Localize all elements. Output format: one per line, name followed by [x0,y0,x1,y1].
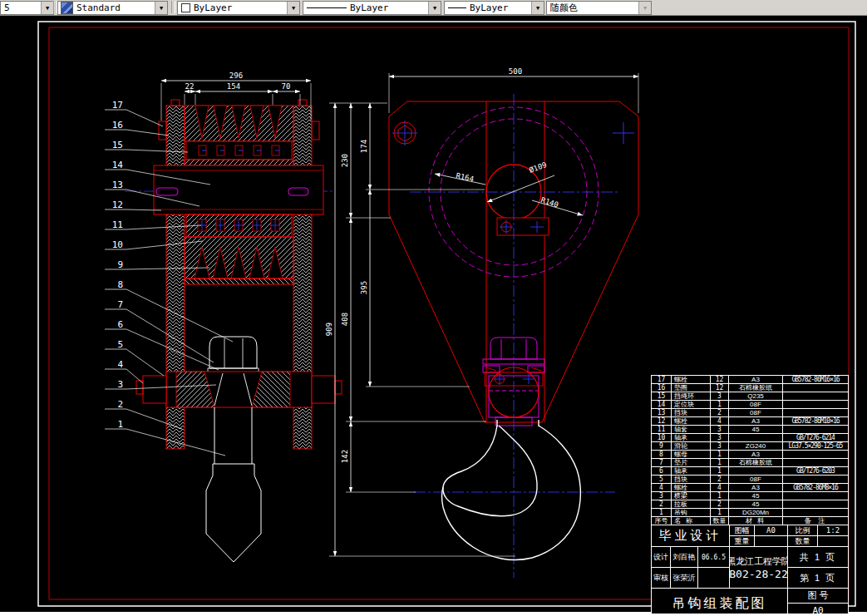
text-height-combo[interactable]: 5 ▼ [0,1,54,15]
bom-cell-name: 垫圈 [672,384,711,392]
hook-outline [442,420,581,559]
plot-style-combo[interactable]: 随颜色 ▼ [546,1,652,15]
dim-rv-a: 230 [341,154,349,167]
designer-name: 刘百艳 [671,547,698,567]
bom-cell-mat [729,434,783,441]
chevron-down-icon[interactable]: ▼ [428,2,441,14]
chevron-down-icon[interactable]: ▼ [287,2,299,14]
bom-cell-no: 10 [652,434,672,441]
part-label: 9 [117,259,123,270]
object-properties-toolbar: 5 ▼ Standard ▼ ByLayer ▼ ByLayer ▼ ByLay… [0,0,867,16]
front-view [389,94,638,578]
bom-cell-rem: GB/T276-6214 [783,434,848,441]
bom-cell-no: 13 [652,409,672,416]
bom-row: 3横梁145 [652,492,848,500]
bom-cell-name: 螺栓 [672,417,711,425]
color-value: ByLayer [190,2,287,13]
bom-cell-qty: 1 [711,509,729,516]
bom-cell-mat: A3 [729,484,783,491]
chevron-down-icon[interactable]: ▼ [155,2,167,14]
text-style-combo[interactable]: Standard ▼ [57,1,168,15]
sheet-size-label: 图幅 [730,525,755,535]
part-label: 10 [112,239,123,250]
bom-cell-no: 2 [652,500,672,508]
bom-cell-mat: DG20Mn [729,509,783,516]
bom-cell-rem [783,500,848,508]
bom-cell-rem [783,459,848,466]
bom-cell-qty: 1 [711,467,729,475]
bom-cell-no: 6 [652,467,672,475]
linetype-icon [307,7,347,8]
part-label: 12 [112,200,123,210]
bom-cell-rem: LG37.5×290-125-65 [783,442,848,450]
chevron-down-icon[interactable]: ▼ [531,2,544,14]
bom-cell-name: 定位块 [672,401,711,408]
bom-row: 17螺栓12A3GB5782-86M16×16 [652,376,848,384]
project-name: 毕业设计 [652,525,730,546]
auditor-label: 审核 [652,568,671,588]
part-label: 16 [112,120,123,131]
bom-row: 2拉板245 [652,500,848,509]
dim-rv-c: 142 [341,450,349,463]
bom-row: 15挡绳环3Q235 [652,392,848,401]
bom-cell-mat [729,467,783,475]
bom-cell-no: 9 [652,442,672,450]
bom-cell-name: 轴承 [672,434,711,441]
section-view [125,100,342,562]
lineweight-icon [448,7,466,8]
bom-cell-rem: GB5782-86M16×16 [783,376,848,383]
part-label: 14 [112,160,124,170]
lineweight-combo[interactable]: ByLayer ▼ [444,1,544,15]
chevron-down-icon: ▼ [638,2,651,14]
bom-cell-qty: 12 [711,384,729,392]
bom-cell-name: 挡块 [672,409,711,416]
bom-row: 12螺栓4A3GB5782-86M10×16 [652,417,848,426]
bom-cell-mat: 08F [729,409,783,416]
linetype-value: ByLayer [347,2,428,13]
sheet-size-value: A0 [755,525,787,535]
bom-cell-mat: 45 [729,426,783,433]
bom-cell-no: 15 [652,392,672,400]
bom-cell-qty: 3 [711,426,729,433]
part-label: 7 [117,299,123,310]
bom-cell-name: 挡块 [672,476,711,483]
part-label: 17 [112,100,123,111]
bom-cell-qty: 1 [711,401,729,408]
text-style-icon [61,2,73,14]
bom-cell-rem [783,451,848,458]
linetype-combo[interactable]: ByLayer ▼ [303,1,441,15]
bom-header-remark: 备 注 [783,517,848,525]
text-height-value: 5 [1,2,41,13]
bom-cell-name: 轴承 [672,467,711,475]
bom-cell-rem [783,426,848,433]
bom-cell-no: 3 [652,492,672,500]
bom-cell-mat: 45 [729,500,783,508]
part-label: 3 [117,379,123,390]
dim-lv-overall: 296 [229,71,243,80]
dim-rv-e: 395 [360,281,368,294]
bom-cell-name: 拉板 [672,500,711,508]
bom-cell-rem [783,384,848,392]
part-label: 13 [112,180,123,190]
quantity-label: 数量 [788,536,818,546]
bom-cell-no: 17 [652,376,672,383]
color-combo[interactable]: ByLayer ▼ [177,1,300,15]
bom-cell-mat: A3 [729,451,783,458]
bom-row: 6轴承1GB/T276-6203 [652,467,848,476]
dim-lv-b: 154 [227,82,240,91]
bom-row: 16垫圈12石棉橡胶纸 [652,384,848,392]
text-style-value: Standard [73,2,155,13]
school-name: 黑龙江工程学院 [730,555,788,568]
chevron-down-icon[interactable]: ▼ [41,2,53,14]
bom-cell-mat: 石棉橡胶纸 [729,384,783,392]
drawing-title: 吊钩组装配图 [652,589,788,616]
bom-header-no: 序号 [652,517,672,525]
design-date: 06.6.5 [698,547,729,567]
bom-cell-rem [783,401,848,408]
bom-cell-no: 7 [652,459,672,466]
bom-cell-rem [783,392,848,400]
bom-cell-qty: 1 [711,459,729,466]
bom-row: 7垫片1石棉橡胶纸 [652,459,848,467]
dim-lv-c: 70 [282,82,291,91]
bom-row: 1吊钩1DG20Mn [652,509,848,517]
